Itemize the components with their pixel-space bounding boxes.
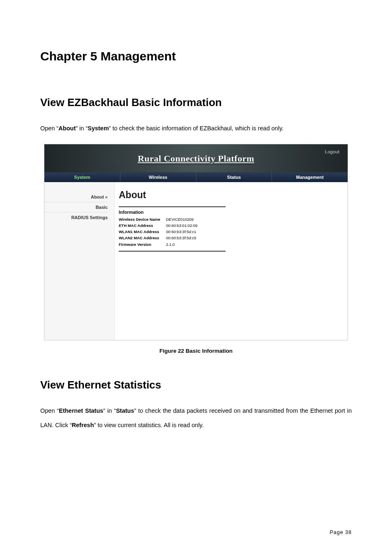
information-block: Information Wireless Device Name DEVICE0… <box>119 206 226 252</box>
info-label: WLAN2 MAC Address <box>119 235 166 241</box>
sidebar-item-radius-settings[interactable]: RADIUS Settings <box>44 213 108 222</box>
info-value: 00:60:b3:3f:5d:c1 <box>166 229 226 235</box>
logout-link[interactable]: Logout <box>325 149 339 154</box>
chapter-title: Chapter 5 Management <box>40 49 352 63</box>
info-label: Firmware Version <box>119 241 166 247</box>
info-row-wireless-device-name: Wireless Device Name DEVICE010209 <box>119 216 226 222</box>
tab-wireless[interactable]: Wireless <box>120 172 196 182</box>
paragraph-basic-info: Open “About” in “System” to check the ba… <box>40 121 352 136</box>
info-value: 2.1.0 <box>166 241 226 247</box>
section-title-ethernet-stats: View Ethernet Statistics <box>40 379 352 391</box>
figure-caption: Figure 22 Basic Information <box>40 348 352 354</box>
info-heading: Information <box>119 210 226 215</box>
text-fragment: ” in “ <box>103 407 116 414</box>
text-fragment: ” to view current statistics. All is rea… <box>94 422 204 428</box>
info-row-eth-mac: ETH MAC Address 00:60:b3:01:02:09 <box>119 222 226 229</box>
text-bold-status: Status <box>116 407 134 414</box>
text-bold-system: System <box>88 125 109 132</box>
info-row-wlan1-mac: WLAN1 MAC Address 00:60:b3:3f:5d:c1 <box>119 229 226 235</box>
screenshot-body: About » Basic RADIUS Settings About Info… <box>44 182 348 340</box>
text-bold-refresh: Refresh <box>72 422 94 428</box>
text-fragment: ” to check the basic information of EZBa… <box>109 125 284 132</box>
tab-status[interactable]: Status <box>196 172 272 182</box>
embedded-screenshot: Rural Connectivity Platform Logout Syste… <box>44 144 348 340</box>
section-title-basic-info: View EZBackhaul Basic Information <box>40 96 352 109</box>
text-fragment: ” in “ <box>76 125 88 132</box>
paragraph-ethernet-stats: Open “Ethernet Status” in “Status” to ch… <box>40 404 352 432</box>
brand-title: Rural Connectivity Platform <box>138 153 254 164</box>
info-label: Wireless Device Name <box>119 216 166 222</box>
info-value: 00:60:b3:3f:5d:c5 <box>166 235 226 241</box>
info-row-firmware-version: Firmware Version 2.1.0 <box>119 241 226 247</box>
text-bold-ethernet-status: Ethernet Status <box>59 407 103 414</box>
page-number: Page 38 <box>330 530 352 535</box>
main-nav: System Wireless Status Management <box>44 172 348 182</box>
text-fragment: Open “ <box>40 407 59 414</box>
info-value: DEVICE010209 <box>166 216 226 222</box>
info-label: WLAN1 MAC Address <box>119 229 166 235</box>
screenshot-header: Rural Connectivity Platform Logout <box>44 144 348 172</box>
info-label: ETH MAC Address <box>119 222 166 229</box>
info-value: 00:60:b3:01:02:09 <box>166 222 226 229</box>
text-bold-about: About <box>58 125 76 132</box>
sidebar-item-basic[interactable]: Basic <box>44 202 108 213</box>
sidebar: About » Basic RADIUS Settings <box>44 182 114 340</box>
info-row-wlan2-mac: WLAN2 MAC Address 00:60:b3:3f:5d:c5 <box>119 235 226 241</box>
tab-management[interactable]: Management <box>272 172 348 182</box>
sidebar-item-about[interactable]: About » <box>44 192 108 202</box>
tab-system[interactable]: System <box>44 172 120 182</box>
text-fragment: Open “ <box>40 125 58 132</box>
main-heading-about: About <box>119 190 337 201</box>
main-panel: About Information Wireless Device Name D… <box>114 182 348 340</box>
